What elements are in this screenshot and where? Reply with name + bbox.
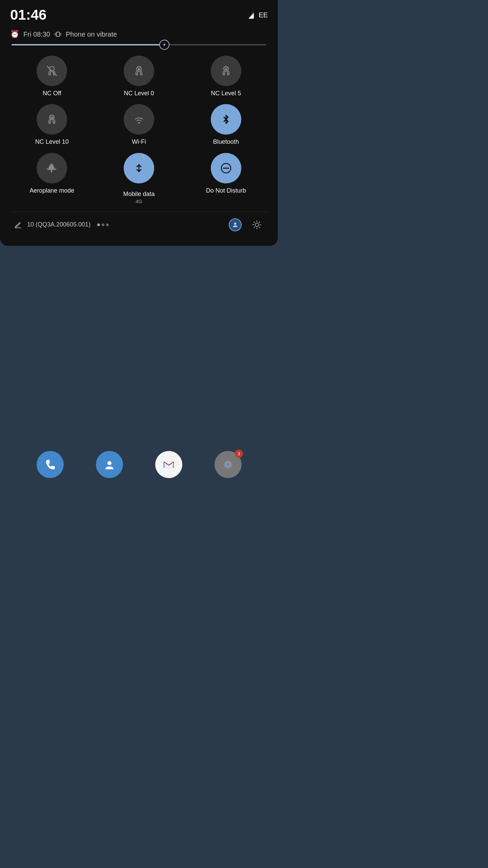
brightness-row — [10, 44, 268, 45]
tile-nc-level-10[interactable]: 10 NC Level 10 — [10, 104, 94, 146]
brightness-slider[interactable] — [12, 44, 266, 45]
bottom-left-section: 10 (QQ3A.200605.001) — [14, 220, 109, 229]
dot-2[interactable] — [102, 223, 104, 226]
chrome-badge: 3 — [235, 450, 243, 458]
tile-dnd[interactable]: Do Not Disturb — [184, 153, 268, 205]
svg-point-16 — [138, 122, 140, 124]
dock-contacts[interactable] — [96, 451, 123, 478]
svg-point-26 — [226, 463, 230, 466]
nc-0-label: NC Level 0 — [124, 90, 154, 97]
dock-chrome[interactable]: 3 — [215, 451, 242, 478]
aeroplane-icon — [37, 153, 67, 183]
phone-svg — [43, 458, 57, 471]
dnd-icon — [211, 153, 241, 183]
tile-nc-level-0[interactable]: 0 NC Level 0 — [97, 56, 181, 97]
nc-5-svg: 5 — [219, 64, 233, 78]
mobile-data-svg — [132, 161, 146, 175]
nc-10-label: NC Level 10 — [35, 138, 69, 146]
quick-tiles-grid: NC Off 0 NC Level 0 — [10, 56, 268, 205]
vibrate-label: Phone on vibrate — [66, 31, 117, 38]
build-info-label: 10 (QQ3A.200605.001) — [27, 221, 90, 228]
svg-rect-2 — [56, 32, 59, 37]
svg-rect-23 — [164, 461, 174, 468]
nc-5-label: NC Level 5 — [211, 90, 241, 97]
bluetooth-label: Bluetooth — [213, 138, 239, 146]
svg-point-22 — [107, 461, 111, 465]
settings-svg — [252, 220, 262, 230]
wifi-label: Wi-Fi — [132, 138, 146, 146]
bottom-bar: 10 (QQ3A.200605.001) — [10, 212, 268, 236]
settings-button[interactable] — [249, 217, 264, 232]
nc-off-label: NC Off — [43, 90, 61, 97]
wifi-svg — [132, 113, 146, 126]
signal-indicator: ▲ — [140, 153, 146, 159]
bluetooth-svg — [220, 113, 232, 125]
svg-point-20 — [234, 222, 237, 225]
svg-point-21 — [255, 223, 259, 226]
status-right: EE — [248, 11, 268, 19]
nc-10-svg: 10 — [45, 113, 59, 126]
nc-0-icon: 0 — [124, 56, 154, 86]
tile-aeroplane[interactable]: Aeroplane mode — [10, 153, 94, 205]
tile-mobile-data[interactable]: ▲ Mobile data 4G — [97, 153, 181, 205]
dot-3[interactable] — [106, 223, 109, 226]
dnd-label: Do Not Disturb — [206, 187, 246, 195]
tile-wifi[interactable]: Wi-Fi — [97, 104, 181, 146]
status-info-bar: ⏰ Fri 08:30 Phone on vibrate — [10, 30, 268, 39]
svg-text:5: 5 — [225, 68, 227, 71]
carrier-label: EE — [259, 11, 268, 19]
nc-0-svg: 0 — [132, 64, 146, 78]
gmail-svg — [162, 458, 176, 471]
chrome-svg — [221, 458, 235, 471]
nc-10-icon: 10 — [37, 104, 67, 135]
svg-text:10: 10 — [50, 117, 53, 119]
edit-icon[interactable] — [14, 220, 22, 229]
bluetooth-icon — [211, 104, 241, 135]
page-dots — [97, 223, 109, 226]
mobile-data-sub: 4G — [136, 198, 142, 204]
notification-panel: 01:46 EE ⏰ Fri 08:30 Phone on vibrate — [0, 0, 278, 246]
aeroplane-label: Aeroplane mode — [29, 187, 74, 195]
tile-bluetooth[interactable]: Bluetooth — [184, 104, 268, 146]
airplane-svg — [45, 161, 59, 175]
user-svg — [232, 221, 239, 228]
status-bar: 01:46 EE — [10, 7, 268, 23]
brightness-fill — [12, 44, 164, 45]
time-display: 01:46 — [10, 7, 46, 23]
user-avatar — [229, 218, 242, 231]
dot-1[interactable] — [97, 223, 100, 226]
dnd-svg — [219, 161, 233, 175]
nc-5-icon: 5 — [211, 56, 241, 86]
bottom-right-section — [228, 217, 264, 232]
signal-icon — [248, 11, 256, 19]
dock-gmail[interactable] — [155, 451, 182, 478]
contacts-svg — [103, 458, 116, 471]
tile-nc-level-5[interactable]: 5 NC Level 5 — [184, 56, 268, 97]
nc-off-icon — [37, 56, 67, 86]
app-dock: 3 — [0, 451, 278, 478]
mobile-data-icon — [124, 153, 154, 183]
nc-off-svg — [45, 64, 59, 78]
svg-text:0: 0 — [138, 68, 140, 71]
alarm-icon: ⏰ — [10, 30, 19, 39]
mobile-data-label: Mobile data — [123, 191, 155, 197]
user-button[interactable] — [228, 217, 243, 232]
mobile-data-text: Mobile data 4G — [123, 190, 155, 205]
tile-nc-off[interactable]: NC Off — [10, 56, 94, 97]
home-screen: 3 — [0, 359, 278, 488]
alarm-label: Fri 08:30 — [23, 31, 50, 38]
brightness-thumb[interactable] — [159, 40, 169, 50]
wifi-icon — [124, 104, 154, 135]
vibrate-icon — [54, 31, 62, 38]
dock-phone[interactable] — [37, 451, 64, 478]
